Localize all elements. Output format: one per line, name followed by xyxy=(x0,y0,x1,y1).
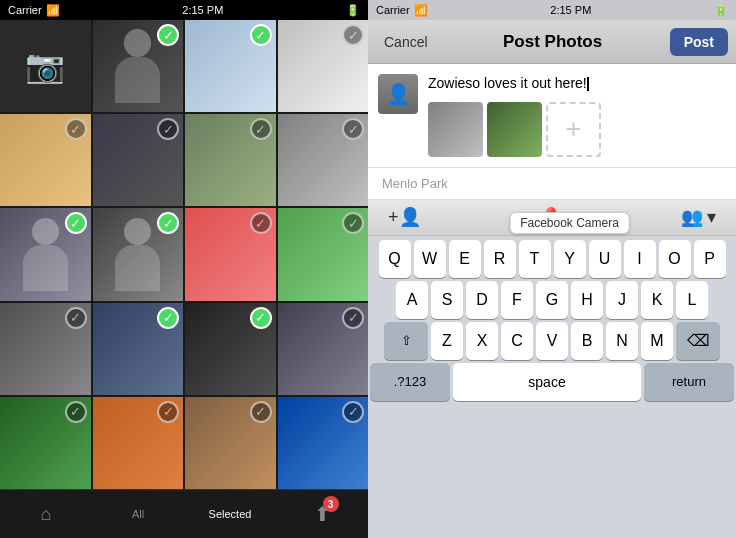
photo-cell-4[interactable]: ✓ xyxy=(0,114,91,206)
tab-share[interactable]: ⬆ 3 xyxy=(276,490,368,538)
key-d[interactable]: D xyxy=(466,281,498,319)
photo-cell-6[interactable]: ✓ xyxy=(185,114,276,206)
photo-cell-15[interactable]: ✓ xyxy=(278,303,369,395)
check-selected-1: ✓ xyxy=(157,24,179,46)
photo-cell-14[interactable]: ✓ xyxy=(185,303,276,395)
key-x[interactable]: X xyxy=(466,322,498,360)
tab-home[interactable]: ⌂ xyxy=(0,490,92,538)
check-selected-13: ✓ xyxy=(157,307,179,329)
key-o[interactable]: O xyxy=(659,240,691,278)
key-h[interactable]: H xyxy=(571,281,603,319)
key-i[interactable]: I xyxy=(624,240,656,278)
tag-people-button[interactable]: +👤 xyxy=(388,206,421,228)
keyboard: Q W E R T Y Facebook Camera U I O P A S … xyxy=(368,236,736,538)
key-k[interactable]: K xyxy=(641,281,673,319)
time-right: 2:15 PM xyxy=(550,4,591,16)
check-selected-14: ✓ xyxy=(250,307,272,329)
location-bar: Menlo Park xyxy=(368,168,736,200)
key-b[interactable]: B xyxy=(571,322,603,360)
key-e[interactable]: E xyxy=(449,240,481,278)
key-z[interactable]: Z xyxy=(431,322,463,360)
photo-cell-11[interactable]: ✓ xyxy=(278,208,369,300)
key-space[interactable]: space xyxy=(453,363,641,401)
photo-cell-7[interactable]: ✓ xyxy=(278,114,369,206)
photo-cell-17[interactable]: ✓ xyxy=(93,397,184,489)
key-r[interactable]: R xyxy=(484,240,516,278)
check-unselected-3: ✓ xyxy=(342,24,364,46)
check-unselected-17: ✓ xyxy=(157,401,179,423)
photo-thumbnails: + xyxy=(428,102,726,157)
photo-cell-3[interactable]: ✓ xyxy=(278,20,369,112)
battery-icon-right: 🔋 xyxy=(714,4,728,17)
check-unselected-7: ✓ xyxy=(342,118,364,140)
keyboard-row-z: ⇧ Z X C V B N M ⌫ xyxy=(370,322,734,360)
photo-cell-8[interactable]: ✓ xyxy=(0,208,91,300)
friends-button[interactable]: 👥 ▾ xyxy=(681,206,716,228)
tab-all-label: All xyxy=(132,508,144,520)
thumbnail-cat[interactable] xyxy=(428,102,483,157)
key-m[interactable]: M xyxy=(641,322,673,360)
key-v[interactable]: V xyxy=(536,322,568,360)
photo-cell-12[interactable]: ✓ xyxy=(0,303,91,395)
bottom-tab-bar: ⌂ All Selected ⬆ 3 xyxy=(0,489,368,538)
key-q[interactable]: Q xyxy=(379,240,411,278)
key-shift[interactable]: ⇧ xyxy=(384,322,428,360)
key-s[interactable]: S xyxy=(431,281,463,319)
photo-cell-5[interactable]: ✓ xyxy=(93,114,184,206)
add-photo-button[interactable]: + xyxy=(546,102,601,157)
photo-cell-10[interactable]: ✓ xyxy=(185,208,276,300)
compose-area: 👤 Zowieso loves it out here! + xyxy=(368,64,736,168)
check-unselected-16: ✓ xyxy=(65,401,87,423)
tag-icon: +👤 xyxy=(388,206,421,228)
key-delete[interactable]: ⌫ xyxy=(676,322,720,360)
wifi-icon-left: 📶 xyxy=(46,4,60,17)
photo-cell-18[interactable]: ✓ xyxy=(185,397,276,489)
check-unselected-11: ✓ xyxy=(342,212,364,234)
photo-cell-1[interactable]: ✓ xyxy=(93,20,184,112)
tab-selected[interactable]: Selected xyxy=(184,490,276,538)
key-c[interactable]: C xyxy=(501,322,533,360)
key-l[interactable]: L xyxy=(676,281,708,319)
check-selected-2: ✓ xyxy=(250,24,272,46)
photo-cell-16[interactable]: ✓ xyxy=(0,397,91,489)
post-button[interactable]: Post xyxy=(670,28,728,56)
key-n[interactable]: N xyxy=(606,322,638,360)
photo-cell-2[interactable]: ✓ xyxy=(185,20,276,112)
camera-cell[interactable]: 📷 xyxy=(0,20,91,112)
key-a[interactable]: A xyxy=(396,281,428,319)
nav-title: Post Photos xyxy=(503,32,602,52)
delete-icon: ⌫ xyxy=(687,331,710,350)
photo-grid-container: 📷 ✓ ✓ ✓ ✓ ✓ ✓ ✓ xyxy=(0,20,368,489)
key-w[interactable]: W xyxy=(414,240,446,278)
key-g[interactable]: G xyxy=(536,281,568,319)
check-selected-8: ✓ xyxy=(65,212,87,234)
right-status-bar: Carrier 📶 2:15 PM 🔋 xyxy=(368,0,736,20)
key-return[interactable]: return xyxy=(644,363,734,401)
tab-all[interactable]: All xyxy=(92,490,184,538)
camera-icon: 📷 xyxy=(25,47,65,85)
photo-cell-9[interactable]: ✓ xyxy=(93,208,184,300)
facebook-camera-tooltip: Facebook Camera xyxy=(509,212,630,234)
avatar-image: 👤 xyxy=(378,74,418,114)
photo-cell-13[interactable]: ✓ xyxy=(93,303,184,395)
check-unselected-6: ✓ xyxy=(250,118,272,140)
text-cursor xyxy=(587,77,589,91)
carrier-right: Carrier xyxy=(376,4,410,16)
key-y[interactable]: Y Facebook Camera xyxy=(554,240,586,278)
key-u[interactable]: U xyxy=(589,240,621,278)
dropdown-icon: ▾ xyxy=(707,206,716,228)
check-unselected-19: ✓ xyxy=(342,401,364,423)
keyboard-row-a: A S D F G H J K L xyxy=(370,281,734,319)
key-j[interactable]: J xyxy=(606,281,638,319)
key-f[interactable]: F xyxy=(501,281,533,319)
photo-cell-19[interactable]: ✓ xyxy=(278,397,369,489)
compose-text-field[interactable]: Zowieso loves it out here! xyxy=(428,74,726,94)
thumbnail-plants[interactable] xyxy=(487,102,542,157)
cancel-button[interactable]: Cancel xyxy=(376,30,436,54)
check-unselected-15: ✓ xyxy=(342,307,364,329)
key-p[interactable]: P xyxy=(694,240,726,278)
key-numbers[interactable]: .?123 xyxy=(370,363,450,401)
home-icon: ⌂ xyxy=(41,504,52,525)
key-t[interactable]: T xyxy=(519,240,551,278)
tab-selected-label: Selected xyxy=(209,508,252,520)
